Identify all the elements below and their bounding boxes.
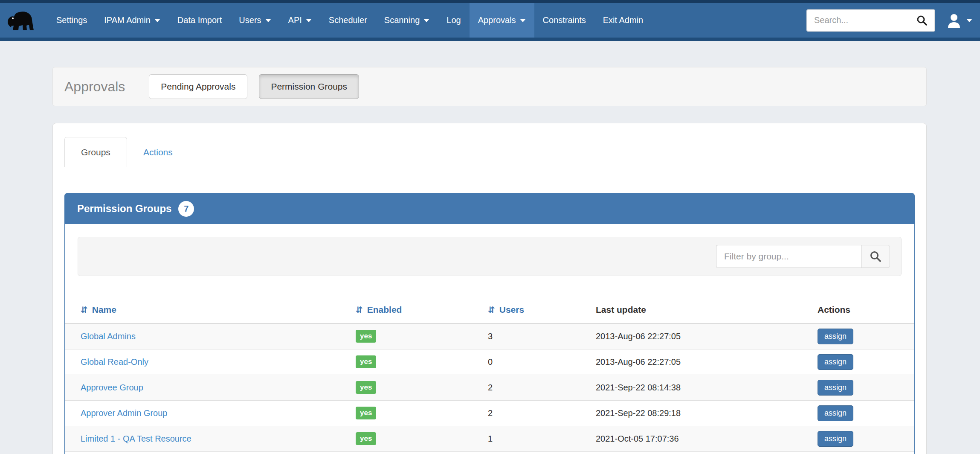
users-count: 1 [472,426,580,451]
table-row: Approver Admin Group yes 2 2021-Sep-22 0… [65,400,914,426]
users-count: 2 [472,400,580,426]
last-update: 2021-Sep-22 08:29:18 [580,400,802,426]
group-name-link[interactable]: Global Admins [81,332,136,341]
nav-item-settings[interactable]: Settings [48,3,96,38]
pending-approvals-button[interactable]: Pending Approvals [149,74,247,99]
elephant-logo-icon [6,7,36,34]
filter-toolbar [78,237,902,276]
group-count-badge: 7 [178,201,194,217]
nav-item-api[interactable]: API [280,3,320,38]
sort-icon: ⇵ [488,305,495,315]
panel-title: Permission Groups [77,203,171,215]
panel-header: Permission Groups 7 [65,193,914,224]
users-count: 2 [472,375,580,400]
navbar-menu: Settings IPAM Admin Data Import Users AP… [48,3,652,38]
nav-item-exit-admin[interactable]: Exit Admin [594,3,652,38]
tab-groups[interactable]: Groups [64,137,127,167]
group-name-link[interactable]: Approvee Group [81,383,143,392]
enabled-badge: yes [356,381,376,394]
permission-groups-panel: Permission Groups 7 ⇵Name ⇵Enable [64,193,915,454]
main-content-panel: Groups Actions Permission Groups 7 [52,123,927,454]
chevron-down-icon [520,19,526,22]
table-row: Limited 1 - QA Test Resource yes 1 2021-… [65,426,914,451]
nav-item-scheduler[interactable]: Scheduler [320,3,376,38]
table-header-row: ⇵Name ⇵Enabled ⇵Users Last update Action… [65,297,914,323]
nav-item-scanning[interactable]: Scanning [376,3,438,38]
column-header-actions: Actions [802,297,914,323]
users-count: 0 [472,349,580,375]
enabled-badge: yes [356,407,376,419]
top-navbar: Settings IPAM Admin Data Import Users AP… [0,0,980,41]
group-name-link[interactable]: Approver Admin Group [81,408,167,418]
sort-icon: ⇵ [81,305,88,315]
chevron-down-icon [265,19,271,22]
filter-search-button[interactable] [861,245,890,268]
nav-item-ipam-admin[interactable]: IPAM Admin [96,3,169,38]
chevron-down-icon [306,19,312,22]
last-update: 2013-Aug-06 22:27:05 [580,349,802,375]
search-icon [916,15,928,26]
users-count: 3 [472,323,580,349]
permission-groups-table: ⇵Name ⇵Enabled ⇵Users Last update Action… [65,297,914,452]
nav-item-constraints[interactable]: Constraints [534,3,594,38]
tab-bar: Groups Actions [64,137,915,167]
enabled-badge: yes [356,355,376,368]
nav-item-users[interactable]: Users [230,3,279,38]
tab-actions[interactable]: Actions [127,137,189,167]
group-name-link[interactable]: Global Read-Only [81,357,148,367]
chevron-down-icon [423,19,429,22]
column-header-name[interactable]: ⇵Name [65,297,340,323]
search-button[interactable] [909,10,934,31]
last-update: 2013-Aug-06 22:27:05 [580,323,802,349]
column-header-last-update: Last update [580,297,802,323]
assign-button[interactable]: assign [818,431,853,447]
search-input[interactable] [807,10,909,31]
assign-button[interactable]: assign [818,380,853,396]
column-header-enabled[interactable]: ⇵Enabled [340,297,472,323]
last-update: 2021-Oct-05 17:07:36 [580,426,802,451]
user-menu[interactable] [945,12,972,29]
search-icon [870,250,881,262]
panel-body: ⇵Name ⇵Enabled ⇵Users Last update Action… [65,224,914,454]
assign-button[interactable]: assign [818,329,853,344]
global-search [806,9,935,32]
enabled-badge: yes [356,432,376,445]
nav-item-log[interactable]: Log [438,3,469,38]
permission-groups-button[interactable]: Permission Groups [259,74,359,99]
last-update: 2021-Sep-22 08:14:38 [580,375,802,400]
assign-button[interactable]: assign [818,405,853,421]
page-header: Approvals Pending Approvals Permission G… [52,67,927,106]
user-icon [945,12,963,29]
nav-item-data-import[interactable]: Data Import [169,3,230,38]
page-title: Approvals [64,79,125,95]
enabled-badge: yes [356,330,376,343]
sort-icon: ⇵ [356,305,363,315]
nav-item-approvals[interactable]: Approvals [470,3,534,38]
navbar-right [806,3,980,38]
chevron-down-icon [154,19,160,22]
table-row: Approvee Group yes 2 2021-Sep-22 08:14:3… [65,375,914,400]
table-row: Global Admins yes 3 2013-Aug-06 22:27:05… [65,323,914,349]
group-name-link[interactable]: Limited 1 - QA Test Resource [81,434,191,443]
chevron-down-icon [966,19,972,22]
phpipam-logo[interactable] [0,3,48,38]
filter-input[interactable] [716,245,861,268]
table-row: Global Read-Only yes 0 2013-Aug-06 22:27… [65,349,914,375]
assign-button[interactable]: assign [818,354,853,370]
column-header-users[interactable]: ⇵Users [472,297,580,323]
